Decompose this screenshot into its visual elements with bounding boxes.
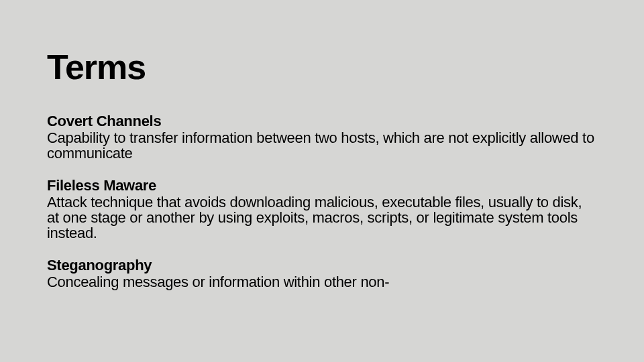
term-block: Steganography Concealing messages or inf…: [47, 257, 597, 290]
slide: Terms Covert Channels Capability to tran…: [0, 0, 644, 362]
page-title: Terms: [47, 47, 597, 87]
term-definition: Capability to transfer information betwe…: [47, 130, 597, 161]
term-definition: Attack technique that avoids downloading…: [47, 194, 597, 241]
term-name: Steganography: [47, 257, 597, 274]
term-name: Covert Channels: [47, 113, 597, 130]
term-name: Fileless Maware: [47, 177, 597, 194]
term-block: Fileless Maware Attack technique that av…: [47, 177, 597, 241]
term-definition: Concealing messages or information withi…: [47, 274, 597, 290]
term-block: Covert Channels Capability to transfer i…: [47, 113, 597, 161]
